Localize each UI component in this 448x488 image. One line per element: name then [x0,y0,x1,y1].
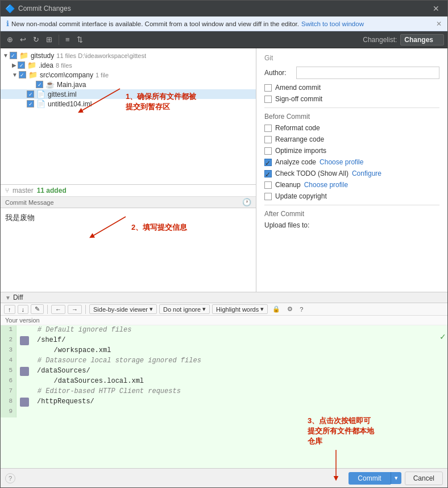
tree-row-idea[interactable]: ▶ ✓ 📁 .idea 8 files [1,60,256,70]
diff-line-num-5: 5 [1,366,16,377]
help-btn[interactable]: ? [5,473,15,483]
changelist-select[interactable]: Changes [400,34,444,46]
update-copyright-checkbox[interactable] [264,193,272,200]
commit-msg-clock-icon: 🕐 [242,198,251,206]
update-copyright-label: Update copyright [275,192,327,200]
analyze-checkbox[interactable]: ✓ [264,159,272,166]
check-todo-checkbox[interactable]: ✓ [264,170,272,177]
checkbox-src[interactable]: ✓ [19,71,26,78]
author-input[interactable] [296,67,439,79]
name-gittest: gittest.iml [48,90,77,98]
diff-line-num-6: 6 [1,377,16,387]
group-btn[interactable]: ⊞ [43,34,55,46]
commit-button[interactable]: Commit [349,472,390,485]
diff-line-2: 2 /shelf/ [1,336,447,346]
diff-section: ▼ Diff ↑ ↓ ✎ ← → Side-by-side viewer ▾ D… [1,292,447,468]
amend-commit-checkbox[interactable] [264,84,272,92]
expand-btn[interactable]: ⇅ [74,34,86,46]
optimize-checkbox[interactable] [264,147,272,155]
diff-next-btn[interactable]: ↓ [18,305,29,314]
tree-row-untitled[interactable]: ▶ ✓ 📄 untitled104.iml [1,99,256,109]
diff-viewer-arrow: ▾ [150,305,153,313]
diff-prev-btn[interactable]: ↑ [4,305,15,314]
checkbox-gittest[interactable]: ✓ [27,90,34,98]
close-icon[interactable]: ✕ [429,3,443,14]
cleanup-profile-link[interactable]: Choose profile [304,181,348,189]
diff-toolbar-sep2 [85,305,86,314]
analyze-profile-link[interactable]: Choose profile [320,158,363,166]
diff-settings-icon[interactable]: ⚙ [285,304,295,314]
folder-icon-idea: 📁 [27,61,36,69]
diff-edit-btn[interactable]: ✎ [31,304,44,314]
diff-fwd-btn[interactable]: → [68,305,82,314]
rearrange-checkbox[interactable] [264,136,272,143]
diff-line-num-3: 3 [1,346,16,356]
sort-btn[interactable]: ≡ [63,34,73,46]
diff-line-content-5: /dataSources/ [32,366,95,377]
name-main: Main.java [57,81,86,89]
diff-line-6: 6 /dataSources.local.xml [1,377,447,387]
app-icon: 🔷 [5,4,15,13]
git-section-label: Git [264,54,439,62]
undo-btn[interactable]: ↩ [17,34,29,46]
added-count: 11 added [37,187,67,195]
arrow-idea: ▶ [12,62,16,68]
diff-collapse-arrow[interactable]: ▼ [5,295,11,301]
checkbox-main[interactable]: ✓ [36,81,43,88]
rearrange-row: Rearrange code [264,135,439,143]
folder-icon-src: 📁 [28,71,38,79]
cleanup-checkbox[interactable] [264,181,272,189]
changelist-label: Changelist: [363,36,397,44]
after-commit-heading: After Commit [264,210,439,218]
diff-highlight-btn[interactable]: Highlight words ▾ [212,304,268,314]
name-idea: .idea [39,61,53,69]
diff-line-num-8: 8 [1,397,16,407]
signoff-commit-checkbox[interactable] [264,96,272,103]
tree-row-src[interactable]: ▼ ✓ 📁 src\com\company 1 file [1,70,256,80]
arrow-src: ▼ [12,72,18,78]
diff-highlight-arrow: ▾ [260,305,264,313]
cancel-button[interactable]: Cancel [405,472,443,485]
checkbox-gitstudy[interactable]: ✓ [10,52,17,59]
diff-ignore-label: Do not ignore [163,306,201,313]
diff-title: Diff [13,293,23,301]
diff-line-num-2: 2 [1,336,16,346]
optimize-row: Optimize imports [264,147,439,155]
reformat-checkbox[interactable] [264,125,272,132]
info-close-icon[interactable]: ✕ [436,20,442,28]
name-src: src\com\company [40,71,93,79]
diff-line-7: 7 # Editor-based HTTP Client requests [1,387,447,397]
titlebar: 🔷 Commit Changes ✕ [1,1,447,16]
signoff-commit-label: Sign-off commit [275,95,322,103]
diff-content: 1 # Default ignored files 2 /shelf/ 3 /w… [1,325,447,468]
diff-lock-icon[interactable]: 🔒 [270,304,283,314]
diff-toolbar: ↑ ↓ ✎ ← → Side-by-side viewer ▾ Do not i… [1,303,447,316]
diff-line-content-1: # Default ignored files [16,325,136,336]
diff-line-3: 3 /workspace.xml [1,346,447,356]
diff-viewer-btn[interactable]: Side-by-side viewer ▾ [89,304,157,314]
diff-line-content-9 [16,407,26,417]
branch-icon: ⑂ [5,187,9,195]
check-todo-configure-link[interactable]: Configure [352,169,381,177]
checkbox-idea[interactable]: ✓ [18,61,25,69]
commit-dropdown-arrow[interactable]: ▾ [391,472,401,484]
tree-row-gitstudy[interactable]: ▼ ✓ 📁 gitstudy 11 files D:\ideaworkspace… [1,51,256,60]
main-toolbar: ⊕ ↩ ↻ ⊞ ≡ ⇅ Changelist: Changes [1,31,447,48]
diff-toolbar-sep1 [47,305,48,314]
window-title: Commit Changes [18,5,426,13]
info-bar: ℹ New non-modal commit interface is avai… [1,16,447,31]
switch-tool-window-link[interactable]: Switch to tool window [301,20,364,27]
tree-row-main[interactable]: ▶ ✓ ☕ Main.java [1,80,256,89]
refresh-btn[interactable]: ↻ [30,34,42,46]
amend-commit-label: Amend commit [275,84,321,92]
diff-back-btn[interactable]: ← [51,305,65,314]
meta-gitstudy: 11 files D:\ideaworkspace\gittest [56,52,146,59]
checkbox-untitled[interactable]: ✓ [27,100,34,107]
diff-viewer-label: Side-by-side viewer [93,306,148,313]
tree-row-gittest[interactable]: ▶ ✓ 📄 gittest.iml [1,89,256,99]
diff-header: ▼ Diff [1,292,447,303]
diff-ignore-btn[interactable]: Do not ignore ▾ [159,304,210,314]
diff-help-icon[interactable]: ? [297,305,305,314]
add-btn[interactable]: ⊕ [4,34,16,46]
check-todo-label: Check TODO (Show All) [275,169,349,177]
